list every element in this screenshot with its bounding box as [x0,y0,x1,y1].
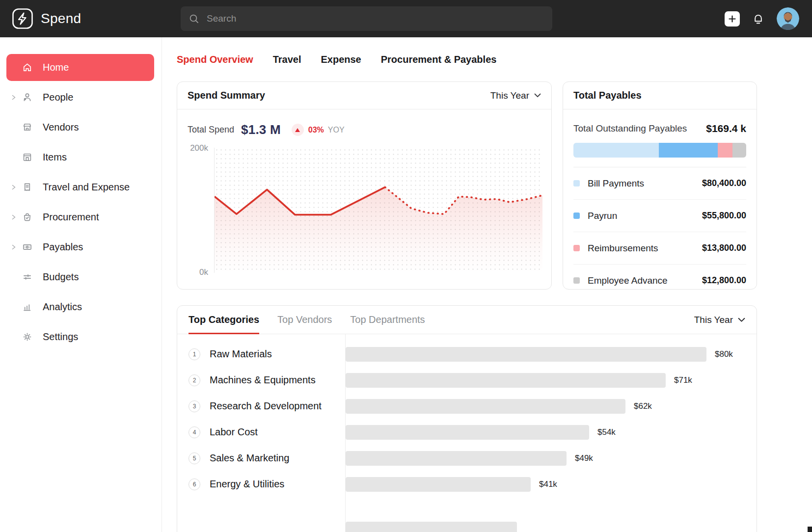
spend-trend-chart: 200k 0k [188,148,542,273]
category-bar [346,347,706,362]
sidebar-item-home[interactable]: Home [0,53,162,82]
rank-badge: 1 [189,348,200,360]
category-label: Energy & Utilities [210,479,284,490]
list-item: 5 Sales & Marketing [177,445,345,471]
payables-stacked-bar [573,143,746,158]
list-item: Bill Payments $80,400.00 [573,167,746,199]
search-input[interactable] [206,13,544,25]
sidebar-item-analytics[interactable]: Analytics [0,292,162,322]
tab-travel[interactable]: Travel [273,54,301,65]
bell-icon [752,12,765,26]
search-icon [189,14,199,24]
rank-badge: 2 [189,374,200,386]
sidebar-item-label: People [43,92,73,103]
outstanding-label: Total Outstanding Payables [573,123,687,134]
tab-spend-overview[interactable]: Spend Overview [177,54,253,65]
list-item: 2 Machines & Equipments [177,367,345,393]
chevron-right-icon [11,94,22,101]
outstanding-row: Total Outstanding Payables $169.4 k [563,109,757,134]
trend-up-badge [292,124,304,136]
page-tabs: Spend Overview Travel Expense Procuremen… [177,54,496,65]
bar-row: $80k [346,341,757,367]
outstanding-value: $169.4 k [706,123,746,134]
top-spend-header: Top Categories Top Vendors Top Departmen… [177,306,757,334]
category-label: Research & Development [210,400,322,412]
person-icon [22,92,34,103]
avatar[interactable] [777,7,799,30]
banknote-icon [22,241,34,253]
sidebar-item-label: Travel and Expense [43,182,130,193]
total-payables-header: Total Payables [563,82,757,109]
y-axis-max-label: 200k [190,143,208,153]
tab-top-departments[interactable]: Top Departments [350,306,425,334]
category-bar [346,425,589,440]
sidebar-item-budgets[interactable]: Budgets [0,262,162,292]
card-title: Spend Summary [188,90,265,101]
category-bars: $80k $71k $62k $54k $49k [346,334,757,532]
sidebar: Home People Vendors [0,37,162,532]
bar-row-partial [346,522,757,532]
top-categories-body: 1 Raw Materials 2 Machines & Equipments … [177,334,757,532]
period-select-top-spend[interactable]: This Year [694,315,745,325]
category-label: Raw Materials [210,348,272,360]
create-new-button[interactable] [725,11,740,27]
notifications-button[interactable] [752,12,765,26]
sidebar-item-settings[interactable]: Settings [0,322,162,352]
breakdown-label: Reimbursements [588,243,658,254]
period-select-spend-summary[interactable]: This Year [490,90,541,101]
list-item: Reimbursements $13,800.00 [573,232,746,264]
rank-badge: 3 [189,400,200,412]
bag-check-icon [22,212,34,223]
chevron-down-icon [738,318,745,322]
sliders-icon [22,271,34,283]
search-bar[interactable] [181,6,552,31]
topbar-actions [725,0,799,37]
breakdown-label: Employee Advance [588,275,668,286]
top-spend-tabs: Top Categories Top Vendors Top Departmen… [189,306,425,334]
bar-value: $71k [674,375,692,385]
tab-top-categories[interactable]: Top Categories [189,306,259,334]
chevron-right-icon [11,184,22,190]
list-item: 6 Energy & Utilities [177,471,345,497]
bill-payments-swatch [573,180,580,186]
payrun-swatch [573,213,580,219]
sidebar-item-people[interactable]: People [0,82,162,112]
gear-icon [22,331,34,343]
plus-icon [728,15,736,23]
tab-procurement-payables[interactable]: Procurement & Payables [381,54,497,65]
tab-expense[interactable]: Expense [321,54,361,65]
bar-row: $41k [346,471,757,497]
yoy-suffix: YOY [328,126,345,134]
reimbursements-swatch [573,245,580,251]
category-bar [346,522,517,532]
app-name: Spend [41,11,81,27]
spend-summary-header: Spend Summary This Year [177,82,551,109]
sidebar-item-items[interactable]: Items [0,142,162,172]
bar-chart-icon [22,301,34,313]
list-item: Employee Advance $12,800.00 [573,264,746,296]
sidebar-item-travel-and-expense[interactable]: Travel and Expense [0,172,162,202]
sidebar-item-vendors[interactable]: Vendors [0,112,162,142]
total-spend-label: Total Spend [188,125,234,135]
sidebar-item-label: Procurement [43,212,99,223]
rank-badge: 5 [189,452,200,464]
sidebar-item-procurement[interactable]: Procurement [0,202,162,232]
y-axis-min-label: 0k [199,267,208,277]
sidebar-item-label: Home [43,62,69,73]
bar-value: $62k [634,401,652,411]
total-spend-stats: Total Spend $1.3 M 03% YOY [177,109,551,137]
chevron-right-icon [11,214,22,220]
sidebar-item-label: Items [43,152,67,163]
category-bar [346,451,567,466]
tab-top-vendors[interactable]: Top Vendors [277,306,332,334]
spend-line-chart [215,148,542,273]
home-icon [22,62,34,73]
bar-row: $54k [346,419,757,445]
breakdown-label: Bill Payments [588,178,644,189]
stacked-bar-segment [718,143,732,158]
card-title: Total Payables [573,90,642,101]
chevron-down-icon [534,93,541,98]
category-bar [346,399,625,414]
sidebar-item-label: Payables [43,241,83,253]
sidebar-item-payables[interactable]: Payables [0,232,162,262]
